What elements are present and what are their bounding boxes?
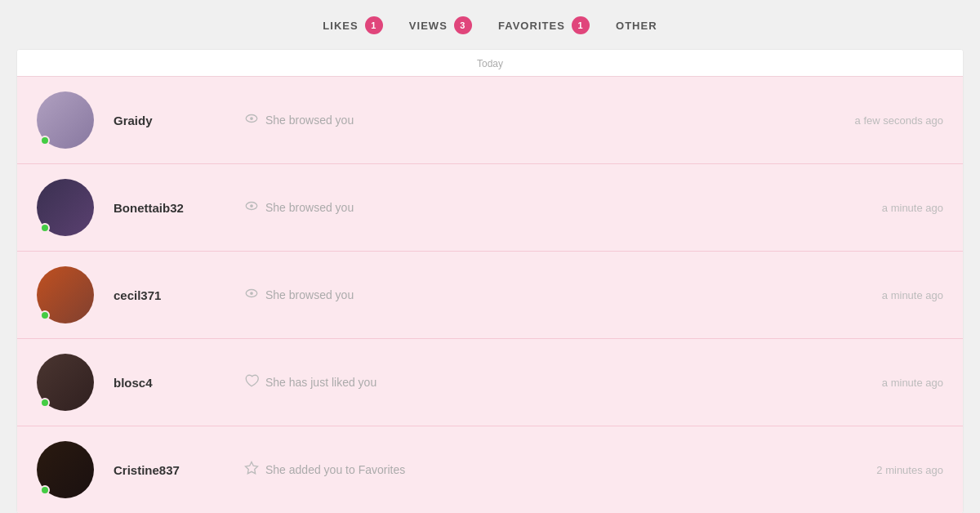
notifications-panel: Today GraidyShe browsed youa few seconds… — [16, 49, 964, 513]
timestamp-bonettaib32: a minute ago — [882, 202, 943, 214]
notification-row-cecil371[interactable]: cecil371She browsed youa minute ago — [17, 252, 963, 339]
username-blosc4: blosc4 — [114, 376, 244, 390]
notifications-list: GraidyShe browsed youa few seconds agoBo… — [17, 77, 963, 513]
eye-icon-cecil371 — [244, 286, 259, 304]
action-text-cecil371: She browsed you — [265, 288, 354, 301]
online-dot-bonettaib32 — [40, 223, 50, 233]
action-cristine837: She added you to Favorites — [244, 461, 876, 479]
svg-marker-6 — [246, 462, 258, 474]
tab-likes-badge: 1 — [365, 16, 383, 34]
avatar-wrapper-cristine837 — [37, 441, 94, 498]
avatar-wrapper-cecil371 — [37, 266, 94, 323]
timestamp-blosc4: a minute ago — [882, 377, 943, 389]
action-text-bonettaib32: She browsed you — [265, 201, 354, 214]
online-dot-blosc4 — [40, 398, 50, 408]
action-graidy: She browsed you — [244, 111, 855, 129]
timestamp-graidy: a few seconds ago — [855, 114, 943, 127]
online-dot-cristine837 — [40, 485, 50, 495]
svg-point-3 — [250, 204, 253, 207]
heart-icon-blosc4 — [244, 373, 259, 391]
svg-point-5 — [250, 292, 253, 295]
tab-views[interactable]: VIEWS3 — [409, 16, 472, 34]
tab-favorites-label: FAVORITES — [498, 20, 565, 32]
username-graidy: Graidy — [114, 114, 244, 127]
timestamp-cristine837: 2 minutes ago — [876, 464, 943, 476]
date-header: Today — [17, 50, 963, 77]
svg-point-1 — [250, 117, 253, 120]
notification-row-graidy[interactable]: GraidyShe browsed youa few seconds ago — [17, 77, 963, 164]
tab-other-label: OTHER — [616, 20, 657, 32]
action-blosc4: She has just liked you — [244, 373, 882, 391]
notification-row-cristine837[interactable]: Cristine837She added you to Favorites2 m… — [17, 426, 963, 513]
action-text-graidy: She browsed you — [265, 114, 354, 127]
action-cecil371: She browsed you — [244, 286, 882, 304]
star-icon-cristine837 — [244, 461, 259, 479]
avatar-wrapper-blosc4 — [37, 354, 94, 411]
notification-row-bonettaib32[interactable]: Bonettaib32She browsed youa minute ago — [17, 164, 963, 252]
tab-likes[interactable]: LIKES1 — [323, 16, 382, 34]
tab-favorites[interactable]: FAVORITES1 — [498, 16, 590, 34]
tab-views-label: VIEWS — [409, 20, 448, 32]
tab-other[interactable]: OTHER — [616, 20, 657, 32]
timestamp-cecil371: a minute ago — [882, 289, 943, 301]
action-text-cristine837: She added you to Favorites — [265, 463, 405, 476]
username-cristine837: Cristine837 — [114, 463, 244, 477]
avatar-wrapper-graidy — [37, 91, 94, 149]
avatar-wrapper-bonettaib32 — [37, 179, 94, 236]
eye-icon-graidy — [244, 111, 259, 129]
action-bonettaib32: She browsed you — [244, 199, 882, 216]
action-text-blosc4: She has just liked you — [265, 376, 376, 389]
username-cecil371: cecil371 — [114, 288, 244, 302]
tabs-bar: LIKES1VIEWS3FAVORITES1OTHER — [323, 16, 657, 34]
tab-views-badge: 3 — [454, 16, 472, 34]
online-dot-graidy — [40, 136, 50, 145]
tab-likes-label: LIKES — [323, 20, 358, 32]
eye-icon-bonettaib32 — [244, 199, 259, 216]
online-dot-cecil371 — [40, 310, 50, 320]
username-bonettaib32: Bonettaib32 — [114, 201, 244, 215]
notification-row-blosc4[interactable]: blosc4She has just liked youa minute ago — [17, 339, 963, 426]
tab-favorites-badge: 1 — [572, 16, 590, 34]
